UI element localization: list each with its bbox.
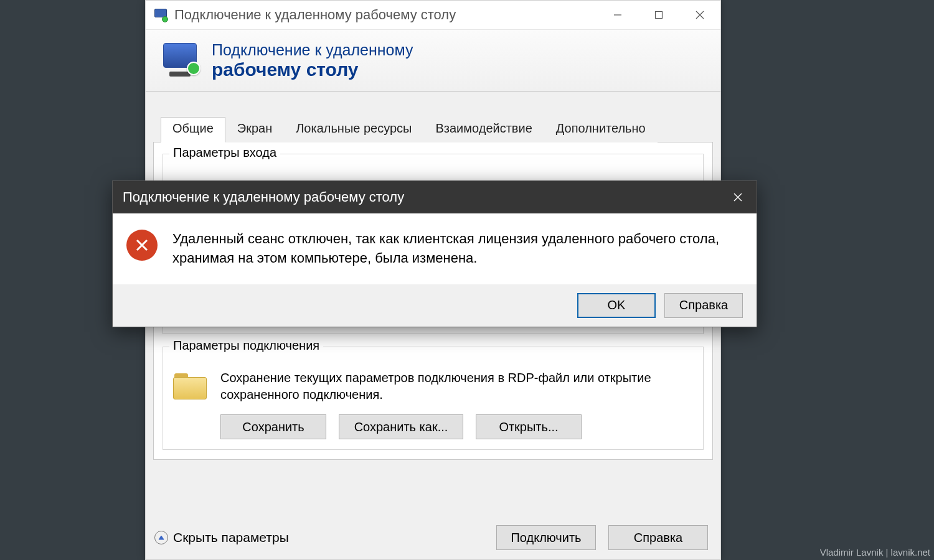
dialog-titlebar: Подключение к удаленному рабочему столу: [113, 181, 757, 213]
minimize-button[interactable]: [597, 1, 638, 29]
help-button[interactable]: Справка: [608, 525, 708, 550]
error-icon: [126, 230, 158, 261]
dialog-message: Удаленный сеанс отключен, так как клиент…: [172, 230, 739, 268]
tab-experience[interactable]: Взаимодействие: [423, 117, 544, 142]
group-login-title: Параметры входа: [169, 146, 280, 160]
folder-icon: [173, 370, 208, 399]
tab-strip: Общие Экран Локальные ресурсы Взаимодейс…: [153, 116, 713, 142]
banner-line2: рабочему столу: [212, 59, 413, 80]
dialog-help-button[interactable]: Справка: [664, 293, 743, 318]
tab-local-res[interactable]: Локальные ресурсы: [284, 117, 423, 142]
rdp-banner-icon: [161, 42, 203, 79]
close-button[interactable]: [679, 1, 720, 29]
tab-advanced[interactable]: Дополнительно: [544, 117, 658, 142]
tab-display[interactable]: Экран: [225, 117, 284, 142]
toggle-options-link[interactable]: Скрыть параметры: [154, 530, 289, 545]
tab-general[interactable]: Общие: [161, 117, 225, 142]
save-button[interactable]: Сохранить: [220, 414, 326, 439]
group-connection-settings: Параметры подключения Сохранение текущих…: [163, 347, 704, 450]
svg-rect-1: [656, 12, 663, 19]
group-conn-desc: Сохранение текущих параметров подключени…: [220, 370, 693, 403]
dialog-ok-button[interactable]: OK: [577, 293, 656, 318]
footer-bar: Скрыть параметры Подключить Справка: [146, 516, 720, 559]
rdp-app-icon: [153, 7, 168, 22]
banner-line1: Подключение к удаленному: [212, 41, 413, 59]
maximize-button[interactable]: [638, 1, 679, 29]
toggle-options-label: Скрыть параметры: [173, 530, 289, 545]
dialog-close-button[interactable]: [719, 181, 757, 213]
group-conn-title: Параметры подключения: [169, 338, 323, 353]
watermark: Vladimir Lavnik | lavnik.net: [820, 547, 930, 558]
svg-marker-4: [159, 536, 164, 539]
window-title: Подключение к удаленному рабочему столу: [174, 7, 456, 23]
dialog-title: Подключение к удаленному рабочему столу: [123, 189, 404, 205]
error-dialog: Подключение к удаленному рабочему столу …: [112, 180, 757, 327]
open-button[interactable]: Открыть...: [476, 414, 582, 439]
chevron-up-icon: [154, 531, 168, 544]
titlebar: Подключение к удаленному рабочему столу: [146, 1, 720, 29]
save-as-button[interactable]: Сохранить как...: [339, 414, 463, 439]
header-banner: Подключение к удаленному рабочему столу: [146, 29, 720, 91]
connect-button[interactable]: Подключить: [496, 525, 596, 550]
